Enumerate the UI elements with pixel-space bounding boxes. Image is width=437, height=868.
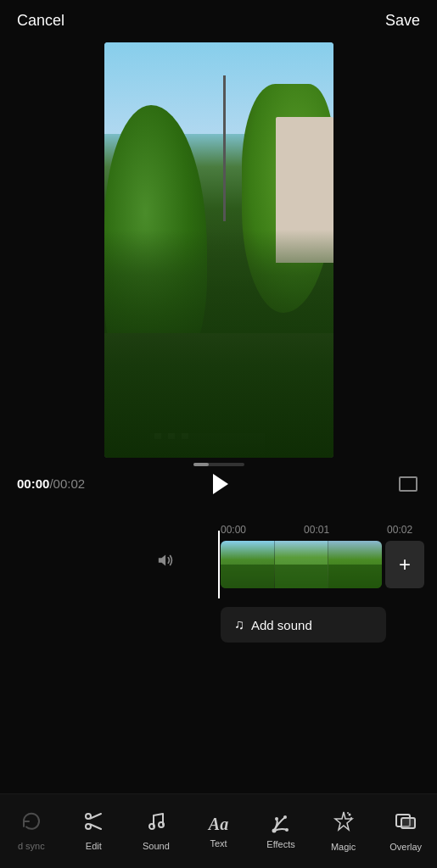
clip-thumb-1 [221,541,275,588]
toolbar-item-edit[interactable]: Edit [68,811,119,851]
svg-point-7 [283,815,287,819]
overlay-icon [395,810,417,837]
current-time: 00:00 [17,476,49,491]
text-icon: Aa [209,815,228,834]
time-controls: 00:00/00:02 [0,476,437,491]
toolbar-item-sound[interactable]: Sound [131,811,182,851]
toolbar-item-text[interactable]: Aa Text [193,815,244,849]
svg-rect-16 [401,818,415,828]
clip-thumb-3 [328,541,382,588]
svg-point-5 [149,824,154,829]
fullscreen-button[interactable] [396,472,420,496]
time-display: 00:00/00:02 [17,476,85,491]
save-button[interactable]: Save [385,12,420,30]
toolbar-item-magic[interactable]: Magic [318,810,369,852]
svg-point-12 [348,814,350,816]
music-icon [146,811,166,837]
timestamp-1: 00:01 [304,524,329,536]
toolbar-item-effects[interactable]: Effects [255,813,306,849]
svg-line-3 [91,814,102,819]
svg-point-6 [159,822,164,827]
clip-thumb-2 [275,541,329,588]
scroll-indicator [193,463,244,466]
timestamp-0: 00:00 [221,524,246,536]
volume-icon[interactable] [157,551,176,574]
effects-icon [270,813,292,835]
svg-point-13 [350,817,352,819]
header: Cancel Save [0,0,437,42]
svg-point-9 [285,828,289,832]
sync-icon [21,811,42,837]
timestamp-2: 00:02 [387,524,412,536]
add-sound-label: Add sound [251,618,312,632]
cancel-button[interactable]: Cancel [17,12,64,30]
toolbar-item-sync[interactable]: d sync [6,811,57,851]
add-sound-button[interactable]: ♫ Add sound [221,607,386,643]
music-note-icon: ♫ [234,617,244,632]
scroll-fill [193,463,209,466]
play-icon [213,474,228,494]
play-button[interactable] [202,467,236,501]
toolbar-item-overlay[interactable]: Overlay [380,810,431,852]
video-preview [104,42,333,458]
bottom-toolbar: d sync Edit Sound Aa Text [0,793,437,868]
magic-icon [333,810,355,837]
svg-point-8 [275,817,278,821]
toolbar-label-sync: d sync [18,841,45,851]
playhead [218,531,220,598]
toolbar-label-magic: Magic [331,842,356,852]
toolbar-label-effects: Effects [266,839,294,849]
toolbar-label-edit: Edit [86,841,102,851]
svg-marker-0 [159,555,165,566]
scissors-icon [83,811,104,837]
video-clip[interactable] [221,541,382,588]
svg-line-4 [91,825,102,830]
svg-point-14 [347,812,349,814]
toolbar-label-sound: Sound [143,841,170,851]
add-clip-button[interactable]: + [385,541,424,588]
video-frame [104,42,333,458]
svg-point-10 [272,829,277,833]
toolbar-label-text: Text [210,838,227,849]
total-time: 00:02 [53,476,86,491]
plus-icon: + [399,554,411,575]
fullscreen-icon [399,476,417,492]
toolbar-label-overlay: Overlay [389,842,422,852]
utility-pole [223,75,226,221]
ivy-overlay [104,230,333,459]
